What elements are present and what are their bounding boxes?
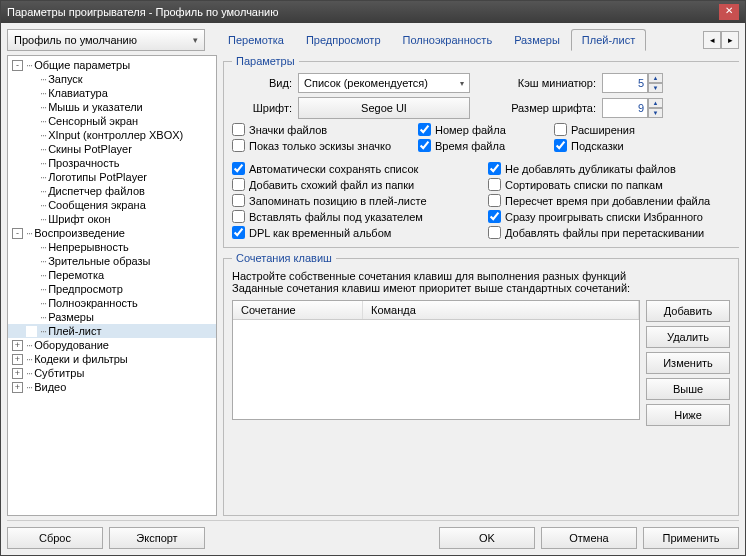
- tree-item[interactable]: ···Сенсорный экран: [8, 114, 216, 128]
- expand-icon[interactable]: +: [12, 368, 23, 379]
- shortcuts-hint: Настройте собственные сочетания клавиш д…: [232, 270, 730, 282]
- checkbox[interactable]: [488, 178, 501, 191]
- checkbox-option[interactable]: Вставлять файлы под указателем: [232, 210, 482, 223]
- tree-item[interactable]: ···Мышь и указатели: [8, 100, 216, 114]
- fsize-value: 9: [638, 102, 644, 114]
- checkbox-option[interactable]: Расширения: [554, 123, 724, 136]
- checkbox-option[interactable]: Показ только эскизы значко: [232, 139, 412, 152]
- tree-item[interactable]: ···Диспетчер файлов: [8, 184, 216, 198]
- reset-button[interactable]: Сброс: [7, 527, 103, 549]
- checkbox[interactable]: [488, 162, 501, 175]
- spin-up-icon[interactable]: ▲: [648, 98, 663, 108]
- tree-dash: [26, 200, 37, 211]
- tree-item[interactable]: ···XInput (контроллер XBOX): [8, 128, 216, 142]
- checkbox-option[interactable]: DPL как временный альбом: [232, 226, 482, 239]
- tree-label: Мышь и указатели: [48, 101, 143, 113]
- spin-down-icon[interactable]: ▼: [648, 83, 663, 93]
- cancel-button[interactable]: Отмена: [541, 527, 637, 549]
- ok-button[interactable]: OK: [439, 527, 535, 549]
- checkbox-option[interactable]: Номер файла: [418, 123, 548, 136]
- category-tree[interactable]: -···Общие параметры···Запуск···Клавиатур…: [7, 55, 217, 516]
- tree-item[interactable]: ···Непрерывность: [8, 240, 216, 254]
- tab-rewind[interactable]: Перемотка: [217, 29, 295, 51]
- checkbox-option[interactable]: Автоматически сохранять список: [232, 162, 482, 175]
- tree-item[interactable]: +···Видео: [8, 380, 216, 394]
- Ниже-button[interactable]: Ниже: [646, 404, 730, 426]
- tab-sizes[interactable]: Размеры: [503, 29, 571, 51]
- checkbox-option[interactable]: Не добавлять дубликаты файлов: [488, 162, 738, 175]
- content: Профиль по умолчанию ▾ Перемотка Предпро…: [1, 23, 745, 555]
- tree-item[interactable]: -···Общие параметры: [8, 58, 216, 72]
- col-command[interactable]: Команда: [363, 301, 639, 319]
- checkbox[interactable]: [232, 162, 245, 175]
- checkbox[interactable]: [554, 123, 567, 136]
- checkbox[interactable]: [232, 194, 245, 207]
- tree-item[interactable]: ···Перемотка: [8, 268, 216, 282]
- tree-item[interactable]: ···Полноэкранность: [8, 296, 216, 310]
- options-panel: Параметры Вид: Список (рекомендуется) ▾ …: [223, 55, 739, 516]
- tab-next-button[interactable]: ▸: [721, 31, 739, 49]
- spin-up-icon[interactable]: ▲: [648, 73, 663, 83]
- shortcuts-table[interactable]: Сочетание Команда: [232, 300, 640, 420]
- checkbox[interactable]: [232, 178, 245, 191]
- checkbox-option[interactable]: Пересчет время при добавлении файла: [488, 194, 738, 207]
- checkbox[interactable]: [232, 210, 245, 223]
- thumb-cache-spin[interactable]: 5 ▲▼: [602, 73, 648, 93]
- checkbox[interactable]: [554, 139, 567, 152]
- apply-button[interactable]: Применить: [643, 527, 739, 549]
- tab-preview[interactable]: Предпросмотр: [295, 29, 392, 51]
- tree-item[interactable]: ···Скины PotPlayer: [8, 142, 216, 156]
- checkbox-option[interactable]: Сразу проигрывать списки Избранного: [488, 210, 738, 223]
- col-combo[interactable]: Сочетание: [233, 301, 363, 319]
- close-icon[interactable]: ✕: [719, 4, 739, 20]
- tree-item[interactable]: ···Плей-лист: [8, 324, 216, 338]
- checkbox[interactable]: [488, 194, 501, 207]
- checkbox[interactable]: [418, 139, 431, 152]
- checkbox[interactable]: [232, 123, 245, 136]
- Выше-button[interactable]: Выше: [646, 378, 730, 400]
- checkbox[interactable]: [488, 210, 501, 223]
- expand-icon[interactable]: +: [12, 354, 23, 365]
- tree-item[interactable]: ···Размеры: [8, 310, 216, 324]
- chevron-down-icon: ▾: [460, 79, 464, 88]
- collapse-icon[interactable]: -: [12, 60, 23, 71]
- checkbox[interactable]: [488, 226, 501, 239]
- tree-item[interactable]: ···Сообщения экрана: [8, 198, 216, 212]
- Изменить-button[interactable]: Изменить: [646, 352, 730, 374]
- checkbox-option[interactable]: Добавлять файлы при перетаскивании: [488, 226, 738, 239]
- checkbox[interactable]: [232, 139, 245, 152]
- Удалить-button[interactable]: Удалить: [646, 326, 730, 348]
- checkbox-option[interactable]: Значки файлов: [232, 123, 412, 136]
- tree-item[interactable]: ···Запуск: [8, 72, 216, 86]
- vid-combo[interactable]: Список (рекомендуется) ▾: [298, 73, 470, 93]
- font-button[interactable]: Segoe UI: [298, 97, 470, 119]
- tree-item[interactable]: ···Логотипы PotPlayer: [8, 170, 216, 184]
- Добавить-button[interactable]: Добавить: [646, 300, 730, 322]
- tree-item[interactable]: +···Кодеки и фильтры: [8, 352, 216, 366]
- spin-down-icon[interactable]: ▼: [648, 108, 663, 118]
- tree-item[interactable]: ···Зрительные образы: [8, 254, 216, 268]
- tab-playlist[interactable]: Плей-лист: [571, 29, 646, 51]
- tree-item[interactable]: ···Прозрачность: [8, 156, 216, 170]
- checkbox[interactable]: [232, 226, 245, 239]
- checkbox-option[interactable]: Запоминать позицию в плей-листе: [232, 194, 482, 207]
- profile-select[interactable]: Профиль по умолчанию ▾: [7, 29, 205, 51]
- export-button[interactable]: Экспорт: [109, 527, 205, 549]
- tree-item[interactable]: +···Субтитры: [8, 366, 216, 380]
- checkbox[interactable]: [418, 123, 431, 136]
- tree-item[interactable]: ···Клавиатура: [8, 86, 216, 100]
- tree-item[interactable]: ···Предпросмотр: [8, 282, 216, 296]
- tree-item[interactable]: -···Воспроизведение: [8, 226, 216, 240]
- collapse-icon[interactable]: -: [12, 228, 23, 239]
- checkbox-option[interactable]: Добавить схожий файл из папки: [232, 178, 482, 191]
- tab-prev-button[interactable]: ◂: [703, 31, 721, 49]
- expand-icon[interactable]: +: [12, 382, 23, 393]
- tab-fullscreen[interactable]: Полноэкранность: [392, 29, 504, 51]
- tree-item[interactable]: ···Шрифт окон: [8, 212, 216, 226]
- checkbox-option[interactable]: Время файла: [418, 139, 548, 152]
- font-size-spin[interactable]: 9 ▲▼: [602, 98, 648, 118]
- checkbox-option[interactable]: Подсказки: [554, 139, 724, 152]
- checkbox-option[interactable]: Сортировать списки по папкам: [488, 178, 738, 191]
- expand-icon[interactable]: +: [12, 340, 23, 351]
- tree-item[interactable]: +···Оборудование: [8, 338, 216, 352]
